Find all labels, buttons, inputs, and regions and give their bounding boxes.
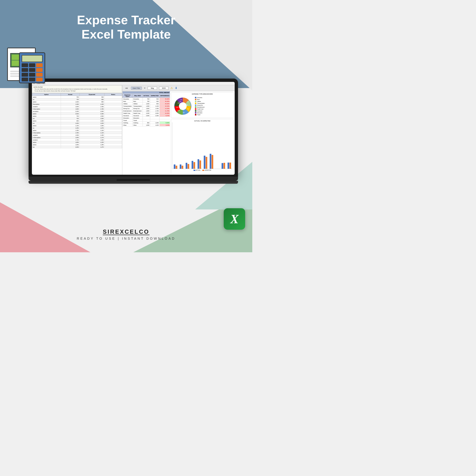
background-pink xyxy=(0,181,90,252)
legend-item: Utilities xyxy=(195,101,205,102)
svg-text:14%: 14% xyxy=(176,107,178,108)
table-row: ription7001,500 xyxy=(32,115,122,117)
expected-bar xyxy=(206,157,207,169)
bottom-text-area: SIREXCELCO READY TO USE | INSTANT DOWNLO… xyxy=(0,228,252,240)
legend-item: Insurance xyxy=(195,110,205,112)
expense-table-row: EntertainmentEntertainment1,9001,70011,7… xyxy=(122,110,170,112)
expense-table-row: InsuranceInsurance2,5002,3008,70% xyxy=(122,115,170,117)
right-area: ➡ Date Filter ▼ May 2023 ⚠ ⬇ xyxy=(122,85,235,175)
expense-table-row: RentRent70050040,00% xyxy=(122,100,170,102)
bar-group xyxy=(191,161,196,169)
bar-group xyxy=(227,163,232,169)
table-row: Description1,3001,100 xyxy=(32,103,122,105)
excel-x-letter: X xyxy=(230,212,239,226)
table-row: ription9501,000 xyxy=(32,120,122,122)
table-row: t Description1,9001,700 xyxy=(32,108,122,110)
actual-bar xyxy=(210,154,211,169)
svg-text:16%: 16% xyxy=(178,102,180,104)
legend-item: Education xyxy=(195,112,205,114)
bar-chart-container: ACTUAL VS EXPECTED xyxy=(171,119,234,174)
laptop: fx Date Filter DATE FILTER You can choos… xyxy=(29,79,238,184)
legend-item: Transportation xyxy=(195,102,205,104)
svg-text:5%: 5% xyxy=(180,101,182,102)
total-amount-header: TOTAL AMOUNT xyxy=(122,91,170,94)
actual-bar xyxy=(174,165,175,169)
svg-text:7%: 7% xyxy=(187,101,188,102)
bar-group xyxy=(221,163,226,169)
laptop-base xyxy=(29,177,238,181)
bar-group xyxy=(185,163,190,169)
expense-col-month: May 2023 xyxy=(133,94,143,98)
expense-table-row: Dining OutDining Out1,6001,40014,29% xyxy=(122,107,170,110)
table-row: ion1,0501,025 xyxy=(32,122,122,124)
legend-item: Groceries xyxy=(195,97,205,98)
col-header-description: ription xyxy=(32,93,61,96)
expense-col-diff: DIFFERENCE xyxy=(159,94,170,98)
expense-summary-table: TOTAL AMOUNT Expense Types May 2023 ACTU… xyxy=(122,91,170,126)
pie-chart-title: EXPENSE TYPE BREAKDOWN xyxy=(172,93,233,95)
actual-bar xyxy=(227,163,229,169)
legend-item: Dining Out xyxy=(195,104,205,106)
bar-chart-title: ACTUAL VS EXPECTED xyxy=(172,120,233,122)
formula-bar: fx Date Filter xyxy=(32,82,235,85)
calculator-icon-area xyxy=(7,45,48,86)
bar-group xyxy=(209,154,214,169)
bar-group xyxy=(203,156,208,169)
date-filter-title: DATE FILTER xyxy=(34,86,120,88)
bars-wrapper xyxy=(172,122,233,169)
table-row: k Description1,4501,125 xyxy=(32,132,122,134)
arrow-right-icon: ➡ xyxy=(125,86,128,90)
date-filter-bullet1: You can choose the year and the month fr… xyxy=(34,88,120,90)
expected-bar xyxy=(182,166,183,169)
col-header-expected: Expected xyxy=(80,93,104,96)
page-title: Expense Tracker Excel Template xyxy=(0,13,252,42)
date-filter-button[interactable]: Date Filter xyxy=(131,87,142,90)
table-row: on700500 xyxy=(32,98,122,101)
date-filter-box: DATE FILTER You can choose the year and … xyxy=(32,85,122,93)
expected-bar xyxy=(223,163,225,169)
year-filter-value[interactable]: 2023 xyxy=(159,87,169,90)
bar-group xyxy=(179,165,184,169)
main-spreadsheet-area: DATE FILTER You can choose the year and … xyxy=(32,85,235,175)
bar-chart-area: ACTUAL EXPECTED xyxy=(172,122,233,171)
actual-bar xyxy=(198,159,199,169)
expected-bar xyxy=(200,160,201,169)
table-row: ription1,000800 xyxy=(32,101,122,103)
bar-chart-legend: ACTUAL EXPECTED xyxy=(172,170,233,171)
brand-name: SIREXCELCO xyxy=(0,228,252,235)
month-filter-value[interactable]: May xyxy=(148,87,157,90)
title-area: Expense Tracker Excel Template xyxy=(0,13,252,42)
left-data-table: DATE FILTER You can choose the year and … xyxy=(32,85,122,175)
expected-bar xyxy=(193,162,195,169)
bar-group xyxy=(197,159,202,169)
actual-legend-dot xyxy=(193,170,195,171)
calc-body xyxy=(19,52,45,83)
table-row: scription1,5501,150 xyxy=(32,134,122,136)
table-row: ription1,1501,050 xyxy=(32,124,122,127)
actual-bar xyxy=(204,156,205,169)
legend-item: Entertainment xyxy=(195,106,205,108)
expected-bar xyxy=(176,166,177,169)
table-row: ription700500 xyxy=(32,96,122,98)
svg-text:11%: 11% xyxy=(177,110,180,111)
laptop-screen-bezel: fx Date Filter DATE FILTER You can choos… xyxy=(29,79,238,177)
table-row: scription1,6001,400 xyxy=(32,105,122,108)
transaction-table: ription Actual Expected Notes ription700… xyxy=(32,93,122,148)
svg-text:9%: 9% xyxy=(183,112,185,113)
legend-item: Rent xyxy=(195,99,205,100)
excel-icon: X xyxy=(224,208,245,230)
expense-table-row: TravelTravel xyxy=(122,119,170,122)
expected-bar xyxy=(229,163,231,169)
expense-table-area: TOTAL AMOUNT Expense Types May 2023 ACTU… xyxy=(122,91,170,175)
expected-bar xyxy=(187,164,189,169)
date-filter-bullet2: To see all your data results choose date… xyxy=(34,90,120,92)
expense-col-actual: ACTUAL xyxy=(143,94,150,98)
total-section: TOTAL AMOUNT Expense Types May 2023 ACTU… xyxy=(122,91,235,175)
svg-text:7%: 7% xyxy=(187,108,189,110)
table-row: ription1,8501,225 xyxy=(32,141,122,143)
expense-col-expected: EXPECTED xyxy=(150,94,159,98)
table-row: k Description1,6501,175 xyxy=(32,136,122,139)
expense-table-row: EducationEducation xyxy=(122,117,170,119)
pie-area: 8% 5% 7% 7% 9% 11% 14% 16% xyxy=(172,95,233,117)
spreadsheet-content: fx Date Filter DATE FILTER You can choos… xyxy=(32,82,235,175)
